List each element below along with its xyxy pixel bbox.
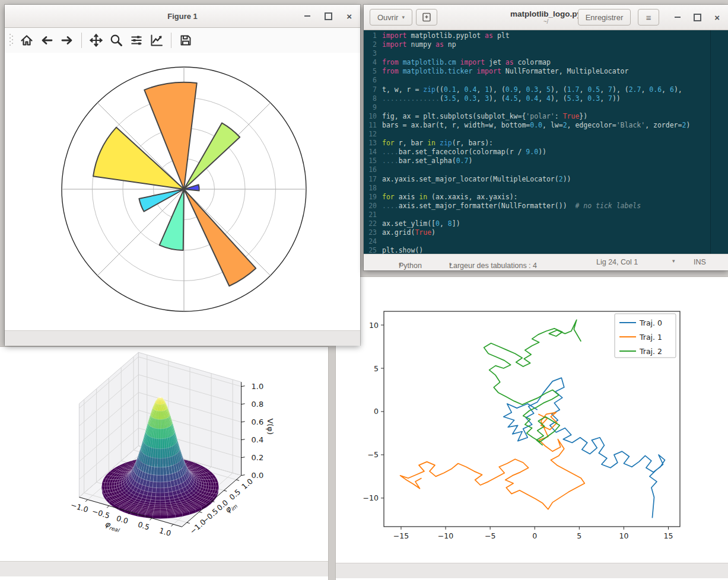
figure1-message-bar — [5, 330, 360, 346]
svg-text:0.5: 0.5 — [227, 487, 242, 502]
svg-text:Traj. 1: Traj. 1 — [639, 333, 662, 342]
svg-text:−5: −5 — [485, 531, 495, 540]
trajectory-message-bar — [336, 563, 728, 578]
svg-text:0.8: 0.8 — [252, 400, 264, 409]
figure1-titlebar[interactable]: Figure 1 × — [5, 5, 360, 28]
svg-text:−10: −10 — [363, 493, 379, 502]
editor-headerbar[interactable]: Ouvrir ▾ matplotlib_logo.py ~/ Enregistr… — [364, 5, 728, 30]
pan-move-icon — [89, 33, 103, 47]
new-document-button[interactable] — [416, 9, 437, 26]
trajectory-line — [484, 320, 581, 445]
surface-message-bar — [0, 561, 328, 576]
svg-text:0.4: 0.4 — [252, 435, 264, 444]
toolbar-separator — [81, 33, 82, 48]
trajectory-line — [400, 412, 585, 509]
legend: Traj. 0Traj. 1Traj. 2 — [615, 314, 676, 358]
menu-button[interactable]: ≡ — [638, 9, 659, 26]
svg-text:0.0: 0.0 — [115, 514, 129, 525]
svg-text:Traj. 2: Traj. 2 — [639, 347, 662, 356]
forward-button[interactable] — [57, 30, 77, 50]
axes-config-button[interactable] — [147, 30, 167, 50]
back-button[interactable] — [37, 30, 57, 50]
svg-text:0.6: 0.6 — [252, 418, 264, 426]
figure1-window: Figure 1 × — [5, 5, 360, 345]
subplots-button[interactable] — [126, 30, 147, 50]
chevron-down-icon: ▾ — [399, 262, 402, 267]
save-button[interactable]: Enregistrer — [578, 9, 631, 26]
svg-text:10: 10 — [369, 321, 379, 330]
svg-text:V(φ): V(φ) — [266, 418, 275, 435]
minimize-icon[interactable] — [675, 17, 681, 18]
trajectory-plot: −15−10−5051015−10−50510Traj. 0Traj. 1Tra… — [336, 277, 727, 563]
chevron-down-icon[interactable]: ▾ — [672, 258, 675, 264]
open-button[interactable]: Ouvrir ▾ — [370, 9, 412, 26]
home-button[interactable] — [17, 30, 37, 50]
svg-text:0: 0 — [374, 407, 379, 416]
maximize-icon[interactable] — [325, 12, 332, 20]
toolbar-grip-icon[interactable] — [8, 31, 14, 49]
surface-figure-window: −1.0−0.50.00.51.0−1.0−0.50.00.51.00.00.2… — [0, 347, 328, 580]
svg-text:−1.0: −1.0 — [69, 501, 89, 514]
chevron-down-icon: ▾ — [402, 14, 405, 20]
zoom-button[interactable] — [106, 30, 126, 50]
svg-text:10: 10 — [619, 531, 628, 540]
svg-text:0.5: 0.5 — [137, 520, 151, 531]
svg-text:5: 5 — [374, 364, 379, 373]
toolbar-separator — [171, 33, 171, 48]
pan-button[interactable] — [86, 30, 106, 50]
mpl-toolbar — [5, 28, 360, 53]
surface-3d-plot: −1.0−0.50.00.51.0−1.0−0.50.00.51.00.00.2… — [0, 347, 327, 561]
close-icon[interactable]: × — [714, 13, 720, 22]
trajectory-line — [504, 378, 665, 518]
trajectory-figure-window: −15−10−5051015−10−50510Traj. 0Traj. 1Tra… — [336, 277, 728, 580]
svg-text:Traj. 0: Traj. 0 — [639, 318, 662, 327]
arrow-right-icon — [60, 33, 74, 47]
right-margin-line — [710, 30, 711, 254]
arrow-left-icon — [40, 33, 54, 47]
editor-window: Ouvrir ▾ matplotlib_logo.py ~/ Enregistr… — [364, 5, 728, 270]
save-button-label: Enregistrer — [586, 13, 624, 22]
cursor-position: Lig 24, Col 1 — [596, 258, 638, 266]
editor-statusbar: Python ▾ Largeur des tabulations : 4 ▾ L… — [364, 254, 728, 270]
svg-text:5: 5 — [577, 531, 581, 540]
save-figure-button[interactable] — [176, 30, 196, 50]
svg-text:−10: −10 — [438, 531, 453, 540]
close-icon[interactable]: × — [346, 12, 352, 21]
svg-text:1.0: 1.0 — [252, 382, 264, 391]
svg-text:−5: −5 — [368, 450, 379, 459]
svg-text:−0.5: −0.5 — [201, 506, 220, 525]
svg-text:0.0: 0.0 — [252, 471, 264, 480]
new-document-icon — [421, 12, 432, 23]
hamburger-icon: ≡ — [646, 12, 651, 23]
polar-figure-canvas — [5, 53, 360, 330]
minimize-icon[interactable] — [304, 15, 310, 17]
floppy-save-icon — [179, 33, 193, 47]
magnifier-icon — [109, 33, 123, 47]
polar-bar-chart — [5, 53, 360, 330]
svg-text:−15: −15 — [393, 531, 409, 540]
open-button-label: Ouvrir — [377, 13, 398, 22]
svg-text:0: 0 — [532, 531, 537, 540]
insert-mode-indicator[interactable]: INS — [694, 258, 706, 266]
chevron-down-icon: ▾ — [449, 262, 452, 267]
svg-text:15: 15 — [664, 531, 673, 540]
code-area[interactable]: 1import matplotlib.pyplot as plt2import … — [364, 30, 728, 254]
svg-text:−0.5: −0.5 — [91, 506, 110, 520]
maximize-icon[interactable] — [694, 14, 701, 21]
sliders-icon — [129, 33, 144, 47]
svg-text:0.2: 0.2 — [252, 453, 264, 462]
svg-text:1.0: 1.0 — [158, 526, 172, 538]
line-chart-icon — [150, 33, 164, 47]
home-icon — [20, 33, 34, 47]
